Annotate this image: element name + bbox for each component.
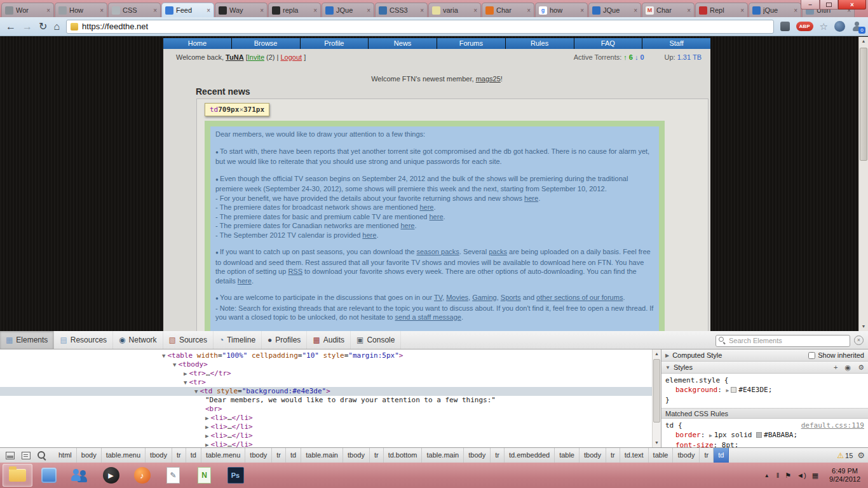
devtools-tab-audits[interactable]: ▩Audits <box>307 331 351 349</box>
nav-item-rules[interactable]: Rules <box>506 38 574 49</box>
breadcrumb-item[interactable]: tr <box>491 448 505 463</box>
news-link[interactable]: TV <box>434 294 442 301</box>
tree-scroll-thumb[interactable] <box>653 359 660 423</box>
explorer-button[interactable] <box>3 464 32 487</box>
tab-close-icon[interactable]: × <box>207 7 210 14</box>
breadcrumb-item[interactable]: html <box>54 448 77 463</box>
reload-icon[interactable]: ↻ <box>39 22 47 32</box>
close-window-button[interactable]: × <box>838 0 866 10</box>
news-link[interactable]: Gaming <box>472 294 497 301</box>
newest-member-link[interactable]: mags25 <box>476 75 501 83</box>
news-link[interactable]: here <box>238 277 252 285</box>
stylesheet-link[interactable]: default.css:119 <box>801 421 864 430</box>
browser-tab[interactable]: jQue× <box>749 3 801 17</box>
dom-tree-row[interactable]: ▶<li>…</li> <box>0 414 652 423</box>
messenger-button[interactable] <box>34 464 64 487</box>
tab-close-icon[interactable]: × <box>367 7 370 14</box>
inspect-element-button[interactable] <box>35 450 49 461</box>
browser-tab[interactable]: Wor× <box>1 3 54 17</box>
tab-close-icon[interactable]: × <box>794 7 797 14</box>
breadcrumb-item[interactable]: table <box>555 448 580 463</box>
nav-item-news[interactable]: News <box>369 38 437 49</box>
dom-tree-row[interactable]: ▼<tbody> <box>0 360 652 369</box>
minimize-button[interactable]: – <box>801 0 820 10</box>
breadcrumb-item[interactable]: tbody <box>673 448 700 463</box>
media-player-button[interactable]: ▶ <box>96 464 126 487</box>
devtools-tab-timeline[interactable]: ◔Timeline <box>214 331 262 349</box>
breadcrumb-item[interactable]: tbody <box>464 448 491 463</box>
breadcrumb-item[interactable]: table.menu <box>102 448 146 463</box>
dom-tree-row[interactable]: ▼<td style="background:#e4e3de"> <box>0 387 652 396</box>
breadcrumb-item[interactable]: td <box>286 448 301 463</box>
search-elements-input[interactable] <box>715 335 850 347</box>
dom-tree-row[interactable]: ▶<li>…</li> <box>0 431 652 440</box>
back-icon[interactable]: ← <box>6 22 16 32</box>
browser-tab[interactable]: How× <box>55 3 107 17</box>
breadcrumb-item[interactable]: tr <box>172 448 186 463</box>
browser-tab[interactable]: CSS3× <box>375 3 428 17</box>
tab-close-icon[interactable]: × <box>527 7 531 14</box>
tab-close-icon[interactable]: × <box>687 7 691 14</box>
tab-close-icon[interactable]: × <box>473 7 477 14</box>
dom-tree-row[interactable]: "Dear members, we would like to draw you… <box>0 396 652 405</box>
styles-header[interactable]: ▼ Styles + ◉ ⚙ <box>661 362 868 374</box>
expand-shorthand-icon[interactable]: ▶ <box>726 388 729 393</box>
dom-tree-row[interactable]: <br> <box>0 405 652 414</box>
extension-hand-icon[interactable] <box>780 22 790 31</box>
news-link[interactable]: packs <box>489 248 507 255</box>
browser-tab[interactable]: JQue× <box>588 3 641 17</box>
devtools-tab-sources[interactable]: ▧Sources <box>163 331 214 349</box>
breadcrumb-item[interactable]: table.main <box>301 448 343 463</box>
browser-tab[interactable]: Way× <box>215 3 268 17</box>
breadcrumb-item[interactable]: tr <box>606 448 620 463</box>
photoshop-button[interactable]: Ps <box>220 464 250 487</box>
globe-icon[interactable] <box>834 21 845 32</box>
address-bar[interactable]: https://feedthe.net <box>66 20 773 34</box>
tab-close-icon[interactable]: × <box>580 7 584 14</box>
devtools-tab-console[interactable]: ▣Console <box>351 331 401 349</box>
news-link[interactable]: here <box>400 222 414 229</box>
scroll-down-icon[interactable]: ▼ <box>859 322 868 331</box>
tree-scroll-up-icon[interactable]: ▲ <box>653 349 661 358</box>
news-link[interactable]: send a staff message <box>395 313 461 321</box>
css-property[interactable]: font-size: 8pt; <box>665 440 864 447</box>
color-swatch[interactable] <box>756 432 762 438</box>
breadcrumb-item[interactable]: td <box>714 448 729 463</box>
news-link[interactable]: here <box>362 231 376 239</box>
breadcrumb-item[interactable]: td.bottom <box>384 448 423 463</box>
news-link[interactable]: here <box>429 213 443 220</box>
devtools-tab-resources[interactable]: ▤Resources <box>54 331 113 349</box>
taskbar-clock[interactable]: 6:49 PM 9/24/2012 <box>825 467 860 484</box>
logout-link[interactable]: Logout <box>280 53 302 61</box>
css-property[interactable]: background: ▶#E4E3DE; <box>665 385 864 395</box>
breadcrumb-item[interactable]: tbody <box>343 448 370 463</box>
tab-close-icon[interactable]: × <box>313 7 317 14</box>
dock-side-button[interactable] <box>3 450 17 461</box>
tree-scrollbar[interactable]: ▲ ▼ <box>652 349 661 447</box>
element-state-icon[interactable]: ◉ <box>845 364 851 371</box>
browser-tab[interactable]: ghow× <box>535 3 588 17</box>
styles-settings-icon[interactable]: ⚙ <box>858 364 864 371</box>
breadcrumb-item[interactable]: tr <box>700 448 714 463</box>
devtools-tab-network[interactable]: ◉Network <box>113 331 163 349</box>
color-swatch[interactable] <box>731 387 736 393</box>
breadcrumb-item[interactable]: tr <box>272 448 286 463</box>
nav-item-staff[interactable]: Staff <box>642 38 710 49</box>
css-property[interactable]: border: ▶1px solid #BABABA; <box>665 430 864 440</box>
browser-tab[interactable]: JQue× <box>322 3 374 17</box>
nav-item-home[interactable]: Home <box>163 38 231 49</box>
browser-tab[interactable]: Repl× <box>695 3 748 17</box>
console-toggle-button[interactable] <box>19 450 33 461</box>
tab-close-icon[interactable]: × <box>153 7 157 14</box>
media-tray-icon[interactable]: ‖ <box>776 472 780 479</box>
dom-tree-row[interactable]: ▶<li>…</li> <box>0 440 652 447</box>
browser-tab[interactable]: MChar× <box>642 3 695 17</box>
nav-item-profile[interactable]: Profile <box>301 38 369 49</box>
nav-item-forums[interactable]: Forums <box>437 38 505 49</box>
hidden-icons-arrow[interactable]: ▲ <box>764 473 770 478</box>
devtools-tab-elements[interactable]: ▦Elements <box>0 331 54 349</box>
browser-tab[interactable]: repla× <box>268 3 321 17</box>
tab-close-icon[interactable]: × <box>100 7 104 14</box>
news-link[interactable]: RSS <box>288 268 302 275</box>
tab-close-icon[interactable]: × <box>740 7 744 14</box>
